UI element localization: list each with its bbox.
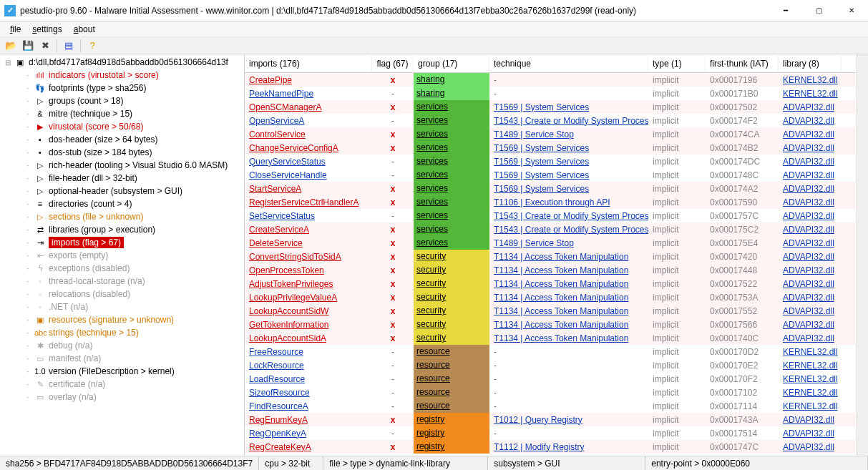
- tree-item[interactable]: ·▣resources (signature > unknown): [1, 313, 244, 326]
- import-link[interactable]: StartServiceA: [249, 184, 301, 194]
- tree-item[interactable]: ·&mitre (technique > 15): [1, 107, 244, 120]
- open-icon[interactable]: 📂: [3, 39, 19, 53]
- library-link[interactable]: ADVAPI32.dll: [783, 415, 834, 425]
- grid-row[interactable]: LoadResource-resource-implicit0x000170F2…: [245, 372, 857, 386]
- grid-body[interactable]: CreatePipexsharing-implicit0x00017196KER…: [245, 73, 857, 456]
- group-chip[interactable]: registry: [414, 413, 489, 426]
- technique-link[interactable]: T1112 | Modify Registry: [494, 442, 585, 452]
- import-link[interactable]: QueryServiceStatus: [249, 157, 326, 167]
- tree-item[interactable]: ·≡directories (count > 4): [1, 197, 244, 210]
- grid-row[interactable]: CreateServiceAxservicesT1543 | Create or…: [245, 222, 857, 236]
- library-link[interactable]: KERNEL32.dll: [783, 401, 838, 411]
- tree-item[interactable]: ·ılılindicators (virustotal > score): [1, 69, 244, 82]
- technique-link[interactable]: T1489 | Service Stop: [494, 129, 574, 139]
- technique-link[interactable]: T1012 | Query Registry: [494, 415, 582, 425]
- library-link[interactable]: ADVAPI32.dll: [783, 238, 834, 248]
- import-link[interactable]: FindResourceA: [249, 401, 308, 411]
- library-link[interactable]: ADVAPI32.dll: [783, 333, 834, 343]
- technique-link[interactable]: T1569 | System Services: [494, 102, 589, 112]
- delete-icon[interactable]: ✖: [37, 39, 53, 53]
- grid-row[interactable]: FreeResource-resource-implicit0x000170D2…: [245, 345, 857, 358]
- import-link[interactable]: SizeofResource: [249, 388, 310, 398]
- import-link[interactable]: LookupAccountSidA: [249, 333, 326, 343]
- header-library[interactable]: library (8): [779, 56, 842, 72]
- technique-link[interactable]: T1134 | Access Token Manipulation: [494, 252, 628, 262]
- import-link[interactable]: RegEnumKeyA: [249, 415, 308, 425]
- group-chip[interactable]: services: [414, 114, 489, 127]
- technique-link[interactable]: T1134 | Access Token Manipulation: [494, 293, 628, 303]
- grid-row[interactable]: RegCreateKeyAxregistryT1112 | Modify Reg…: [245, 440, 857, 454]
- grid-row[interactable]: QueryServiceStatus-servicesT1569 | Syste…: [245, 155, 857, 168]
- group-chip[interactable]: security: [414, 331, 489, 345]
- tree-item[interactable]: ·▪dos-stub (size > 184 bytes): [1, 146, 244, 159]
- library-link[interactable]: ADVAPI32.dll: [783, 429, 834, 439]
- group-chip[interactable]: security: [414, 277, 489, 290]
- tree-item[interactable]: ·▶virustotal (score > 50/68): [1, 120, 244, 133]
- tree-root[interactable]: ⊟ ▣ d:\dll,bfd4717af84d918d5abbaddb0d561…: [1, 56, 244, 69]
- grid-row[interactable]: RegOpenKeyA-registry-implicit0x00017514A…: [245, 426, 857, 440]
- group-chip[interactable]: resource: [414, 386, 489, 399]
- import-link[interactable]: RegOpenKeyA: [249, 429, 306, 439]
- grid-row[interactable]: SizeofResource-resource-implicit0x000171…: [245, 386, 857, 399]
- grid-row[interactable]: ChangeServiceConfigAxservicesT1569 | Sys…: [245, 141, 857, 155]
- grid-row[interactable]: OpenSCManagerAxservicesT1569 | System Se…: [245, 100, 857, 114]
- import-link[interactable]: PeekNamedPipe: [249, 89, 313, 99]
- menu-file[interactable]: file: [4, 22, 26, 36]
- group-chip[interactable]: services: [414, 168, 489, 182]
- menu-settings[interactable]: settings: [26, 22, 67, 36]
- group-chip[interactable]: security: [414, 250, 489, 263]
- import-link[interactable]: OpenServiceA: [249, 116, 304, 126]
- library-link[interactable]: KERNEL32.dll: [783, 388, 838, 398]
- group-chip[interactable]: registry: [414, 440, 489, 454]
- group-chip[interactable]: services: [414, 100, 489, 114]
- header-imports[interactable]: imports (176): [245, 56, 372, 72]
- technique-link[interactable]: T1134 | Access Token Manipulation: [494, 333, 628, 343]
- import-link[interactable]: LockResource: [249, 361, 304, 371]
- help-icon[interactable]: ?: [84, 39, 100, 53]
- header-group[interactable]: group (17): [414, 56, 489, 72]
- grid-row[interactable]: SetServiceStatus-servicesT1543 | Create …: [245, 209, 857, 222]
- tree-item[interactable]: ·1.0version (FileDescription > kernel): [1, 365, 244, 378]
- tree-item[interactable]: ·👣footprints (type > sha256): [1, 82, 244, 94]
- group-chip[interactable]: security: [414, 263, 489, 277]
- group-chip[interactable]: sharing: [414, 73, 489, 87]
- tree-item[interactable]: ·▭overlay (n/a): [1, 391, 244, 403]
- group-chip[interactable]: resource: [414, 358, 489, 372]
- tree-item[interactable]: ·◦.NET (n/a): [1, 300, 244, 313]
- grid-row[interactable]: RegisterServiceCtrlHandlerAxservicesT110…: [245, 195, 857, 209]
- technique-link[interactable]: T1106 | Execution through API: [494, 197, 610, 207]
- group-chip[interactable]: services: [414, 209, 489, 222]
- save-icon[interactable]: 💾: [20, 39, 36, 53]
- grid-row[interactable]: AdjustTokenPrivilegesxsecurityT1134 | Ac…: [245, 277, 857, 290]
- technique-link[interactable]: T1569 | System Services: [494, 143, 589, 153]
- maximize-button[interactable]: ▢: [802, 0, 835, 21]
- grid-row[interactable]: LookupAccountSidAxsecurityT1134 | Access…: [245, 331, 857, 345]
- group-chip[interactable]: services: [414, 155, 489, 168]
- technique-link[interactable]: T1569 | System Services: [494, 157, 589, 167]
- collapse-icon[interactable]: ⊟: [3, 59, 13, 67]
- header-flag[interactable]: flag (67): [372, 56, 414, 72]
- tree-item[interactable]: ·▭manifest (n/a): [1, 352, 244, 365]
- group-chip[interactable]: services: [414, 127, 489, 141]
- menu-about[interactable]: about: [68, 22, 101, 36]
- import-link[interactable]: AdjustTokenPrivileges: [249, 279, 333, 289]
- technique-link[interactable]: T1134 | Access Token Manipulation: [494, 265, 628, 275]
- import-link[interactable]: LookupPrivilegeValueA: [249, 293, 337, 303]
- group-chip[interactable]: services: [414, 236, 489, 250]
- import-link[interactable]: OpenSCManagerA: [249, 102, 321, 112]
- header-first-thunk[interactable]: first-thunk (IAT): [706, 56, 779, 72]
- group-chip[interactable]: security: [414, 290, 489, 304]
- vertical-scrollbar[interactable]: [857, 54, 868, 456]
- list-icon[interactable]: ▤: [61, 39, 77, 53]
- group-chip[interactable]: sharing: [414, 87, 489, 100]
- import-link[interactable]: CreateServiceA: [249, 225, 309, 235]
- library-link[interactable]: ADVAPI32.dll: [783, 184, 834, 194]
- library-link[interactable]: ADVAPI32.dll: [783, 157, 834, 167]
- library-link[interactable]: ADVAPI32.dll: [783, 252, 834, 262]
- import-link[interactable]: OpenProcessToken: [249, 265, 324, 275]
- library-link[interactable]: ADVAPI32.dll: [783, 143, 834, 153]
- grid-row[interactable]: CloseServiceHandle-servicesT1569 | Syste…: [245, 168, 857, 182]
- import-link[interactable]: CreatePipe: [249, 75, 292, 85]
- import-link[interactable]: LoadResource: [249, 374, 305, 384]
- library-link[interactable]: ADVAPI32.dll: [783, 129, 834, 139]
